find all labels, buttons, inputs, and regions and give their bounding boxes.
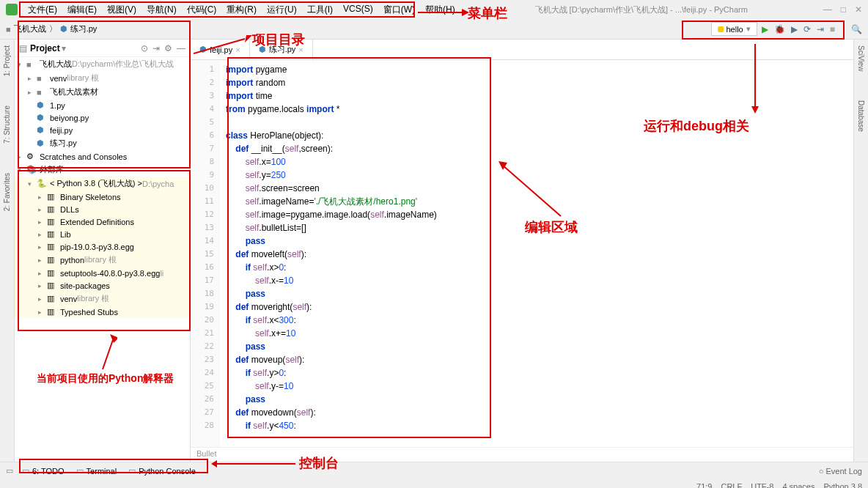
status-encoding[interactable]: UTF-8 <box>751 482 773 488</box>
tree-item[interactable]: ⬢1.py <box>15 99 190 111</box>
bottom-tool[interactable]: ▭ Terminal <box>76 466 117 476</box>
navigation-bar: ■ 飞机大战 〉 ⬢ 练习.py hello ▾ ▶ 🐞 ▶ ⟳ ⇥ ■ 🔍 <box>0 19 868 40</box>
tree-item[interactable]: ▾🐍< Python 3.8 (飞机大战) > D:\pycha <box>15 177 190 191</box>
run-toolbar: hello ▾ ▶ 🐞 ▶ ⟳ ⇥ ■ 🔍 <box>711 22 863 36</box>
menu-item[interactable]: 重构(R) <box>222 2 261 18</box>
status-python[interactable]: Python 3.8 <box>823 482 862 488</box>
stop-icon[interactable]: ■ <box>830 24 835 34</box>
left-toolwindow-bar: 1: Project 7: Structure 2: Favorites <box>0 40 15 462</box>
menu-item[interactable]: 导航(N) <box>142 2 181 18</box>
maximize-icon[interactable]: □ <box>841 4 846 15</box>
project-panel-header: ▤ Project ▾ ⊙ ⇥ ⚙ — <box>15 40 190 57</box>
settings-icon[interactable]: ⚙ <box>164 43 172 53</box>
tab-favorites[interactable]: 2: Favorites <box>3 173 11 211</box>
minimize-icon[interactable]: — <box>823 4 832 15</box>
project-panel: ▤ Project ▾ ⊙ ⇥ ⚙ — ▾■飞机大战 D:\pycharm\作业… <box>15 40 191 462</box>
editor-tab[interactable]: ⬢练习.py × <box>250 40 313 59</box>
bottom-tool[interactable]: ▭ Python Console <box>128 466 196 476</box>
status-eol[interactable]: CRLF <box>721 482 742 488</box>
tree-item[interactable]: ▸▥pip-19.0.3-py3.8.egg <box>15 240 190 253</box>
line-gutter: 1234567891011121314151617181920212223242… <box>191 60 220 447</box>
tree-item[interactable]: ▾■飞机大战 D:\pycharm\作业总\飞机大战 <box>15 57 190 71</box>
tab-sciview[interactable]: SciView <box>857 45 865 71</box>
debug-icon[interactable]: 🐞 <box>774 24 785 34</box>
tree-item[interactable]: ▸■飞机大战素材 <box>15 85 190 99</box>
run-config-selector[interactable]: hello ▾ <box>711 22 757 36</box>
menubar: 文件(E)编辑(E)视图(V)导航(N)代码(C)重构(R)运行(U)工具(I)… <box>23 2 460 18</box>
menu-item[interactable]: 工具(I) <box>303 2 337 18</box>
menu-item[interactable]: 文件(E) <box>23 2 62 18</box>
profile-icon[interactable]: ⟳ <box>803 24 811 34</box>
tree-item[interactable]: ▸▥site-packages <box>15 279 190 292</box>
tree-item[interactable]: ▾📚外部库 <box>15 163 190 177</box>
status-indent[interactable]: 4 spaces <box>782 482 814 488</box>
menu-item[interactable]: 代码(C) <box>183 2 221 18</box>
tree-item[interactable]: ▸▥venv library 根 <box>15 292 190 306</box>
project-panel-title: Project <box>30 43 60 53</box>
tree-item[interactable]: ▸■venv library 根 <box>15 71 190 85</box>
menu-item[interactable]: 编辑(E) <box>63 2 101 18</box>
close-icon[interactable]: ✕ <box>855 4 862 15</box>
tab-database[interactable]: Database <box>857 100 865 132</box>
status-bar-2: 71:9 CRLF UTF-8 4 spaces Python 3.8 <box>0 479 868 488</box>
code-editor[interactable]: import pygame import random import time … <box>220 60 853 447</box>
tree-item[interactable]: ▸▥Typeshed Stubs <box>15 306 190 318</box>
tree-item[interactable]: ▸▥DLLs <box>15 203 190 215</box>
menu-item[interactable]: 窗口(W) <box>379 2 419 18</box>
right-toolwindow-bar: SciView Database <box>853 40 868 462</box>
status-bar: ▭ ▭ 6: TODO▭ Terminal▭ Python Console ○ … <box>0 462 868 479</box>
expand-icon[interactable]: ⇥ <box>152 43 160 53</box>
window-controls: — □ ✕ <box>823 4 862 15</box>
tree-item[interactable]: ▸⚙Scratches and Consoles <box>15 150 190 163</box>
window-title: 飞机大战 [D:\pycharm\作业\飞机大战] - ...\feiji.py… <box>535 4 748 15</box>
app-icon <box>6 4 18 15</box>
code-crumb[interactable]: Bullet <box>191 447 853 462</box>
search-icon[interactable]: 🔍 <box>851 24 862 34</box>
attach-icon[interactable]: ⇥ <box>817 24 824 34</box>
show-status-icon[interactable]: ▭ <box>6 466 13 476</box>
editor-area: ⬢feiji.py ×⬢练习.py × 12345678910111213141… <box>191 40 853 462</box>
run-icon[interactable]: ▶ <box>762 24 768 34</box>
tree-item[interactable]: ▸▥Lib <box>15 228 190 240</box>
titlebar: 文件(E)编辑(E)视图(V)导航(N)代码(C)重构(R)运行(U)工具(I)… <box>0 0 868 19</box>
event-log-button[interactable]: ○ Event Log <box>819 467 862 476</box>
editor-tab[interactable]: ⬢feiji.py × <box>191 40 250 59</box>
run-icons: ▶ 🐞 ▶ ⟳ ⇥ ■ <box>762 24 835 34</box>
editor-tabs: ⬢feiji.py ×⬢练习.py × <box>191 40 853 60</box>
breadcrumb[interactable]: ■ 飞机大战 〉 ⬢ 练习.py <box>6 23 97 34</box>
tree-item[interactable]: ⬢beiyong.py <box>15 111 190 124</box>
bottom-tool[interactable]: ▭ 6: TODO <box>22 466 65 476</box>
project-tree[interactable]: ▾■飞机大战 D:\pycharm\作业总\飞机大战▸■venv library… <box>15 57 190 462</box>
coverage-icon[interactable]: ▶ <box>791 24 798 34</box>
tree-item[interactable]: ▸▥python library 根 <box>15 253 190 267</box>
tree-item[interactable]: ⬢练习.py <box>15 136 190 150</box>
tree-item[interactable]: ▸▥Binary Skeletons <box>15 191 190 203</box>
menu-item[interactable]: 帮助(H) <box>421 2 460 18</box>
collapse-icon[interactable]: ⊙ <box>141 43 148 53</box>
menu-item[interactable]: VCS(S) <box>339 2 378 18</box>
menu-item[interactable]: 视图(V) <box>103 2 141 18</box>
status-position[interactable]: 71:9 <box>696 482 712 488</box>
tab-structure[interactable]: 7: Structure <box>3 106 11 144</box>
hide-icon[interactable]: — <box>177 43 185 53</box>
menu-item[interactable]: 运行(U) <box>262 2 301 18</box>
tree-item[interactable]: ▸▥Extended Definitions <box>15 215 190 228</box>
tree-item[interactable]: ▸▥setuptools-40.8.0-py3.8.egg li <box>15 267 190 279</box>
tab-project[interactable]: 1: Project <box>3 45 11 76</box>
tree-item[interactable]: ⬢feiji.py <box>15 124 190 136</box>
